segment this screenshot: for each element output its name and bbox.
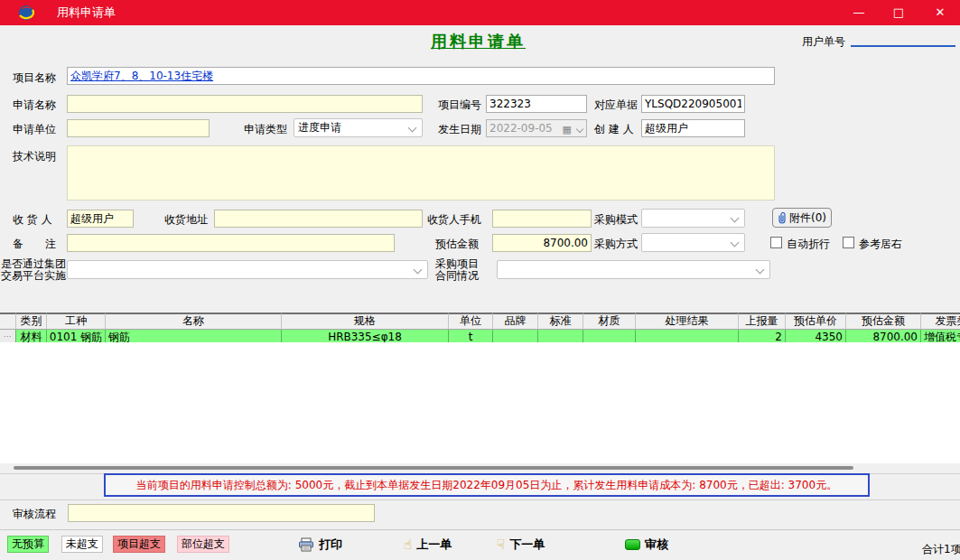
window-title: 用料申请单 [57, 0, 116, 25]
col-header-invoice[interactable]: 发票类型 [921, 313, 960, 330]
horizontal-scrollbar[interactable] [14, 466, 853, 470]
next-doc-label: 下一单 [509, 537, 545, 553]
auto-wrap-checkbox[interactable] [770, 237, 782, 248]
chevron-down-icon [414, 266, 423, 275]
detail-table: 类别 工种 名称 规格 单位 品牌 标准 材质 处理结果 上报量 预估单价 预估… [0, 313, 960, 345]
contract-label: 采购项目 合同情况 [435, 258, 479, 282]
col-header-unit[interactable]: 单位 [449, 313, 493, 330]
platform-select[interactable] [67, 260, 428, 279]
paperclip-icon [778, 212, 787, 224]
contract-select[interactable] [497, 260, 770, 279]
ref-right-checkbox[interactable] [843, 237, 854, 248]
legend-no-budget: 无预算 [7, 536, 49, 553]
remark-label: 备 注 [13, 237, 56, 252]
receiver-input[interactable] [67, 210, 134, 228]
hand-down-icon: ☟ [497, 537, 505, 553]
attachment-button[interactable]: 附件(0) [772, 208, 832, 228]
ref-right-label: 参考居右 [859, 237, 902, 252]
phone-label: 收货人手机 [427, 212, 481, 228]
hand-up-icon: ☝ [404, 537, 412, 553]
tech-note-label: 技术说明 [13, 149, 56, 164]
col-header-brand[interactable]: 品牌 [493, 313, 538, 330]
col-header-spec[interactable]: 规格 [282, 313, 449, 330]
legend-part-over: 部位超支 [177, 536, 229, 553]
user-no-input[interactable] [851, 29, 955, 47]
purchase-mode-select[interactable] [641, 209, 745, 228]
calendar-icon: ▦ [563, 122, 572, 138]
purchase-way-select[interactable] [641, 233, 745, 252]
audit-flow-label: 审核流程 [13, 507, 56, 522]
apply-name-label: 申请名称 [13, 98, 56, 113]
col-header-standard[interactable]: 标准 [538, 313, 583, 330]
col-header-name[interactable]: 名称 [106, 313, 282, 330]
apply-type-value: 进度申请 [298, 121, 341, 134]
auto-wrap-label: 自动折行 [787, 237, 830, 252]
material-request-window: 用料申请单 — □ ✕ 用料申请单 用户单号 项目名称 众凯学府7、8、10-1… [0, 0, 960, 560]
purchase-way-label: 采购方式 [594, 237, 638, 252]
printer-icon [298, 537, 314, 552]
legend-project-over: 项目超支 [113, 536, 165, 553]
chevron-down-icon [408, 124, 417, 133]
next-doc-button[interactable]: ☟ 下一单 [497, 535, 545, 555]
project-name-field: 众凯学府7、8、10-13住宅楼 [67, 67, 775, 85]
address-input[interactable] [214, 210, 423, 228]
audit-flow-input[interactable] [68, 504, 375, 522]
creator-input[interactable] [641, 119, 745, 137]
creator-label: 创 建 人 [594, 122, 634, 137]
receiver-label: 收 货 人 [13, 212, 52, 228]
close-button[interactable]: ✕ [920, 0, 960, 25]
col-header-qty[interactable]: 上报量 [739, 313, 786, 330]
form-title: 用料申请单 [431, 31, 526, 52]
col-header-unit-price[interactable]: 预估单价 [786, 313, 846, 330]
tech-note-textarea[interactable] [67, 145, 775, 201]
prev-doc-button[interactable]: ☝ 上一单 [404, 535, 452, 555]
est-amount-label: 预估金额 [435, 237, 479, 252]
budget-warning-banner: 当前项目的用料申请控制总额为: 5000元，截止到本单据发生日期2022年09月… [104, 473, 870, 497]
audit-green-icon [625, 539, 640, 550]
address-label: 收货地址 [164, 212, 208, 228]
chevron-down-icon [756, 266, 765, 275]
apply-type-label: 申请类型 [244, 122, 287, 137]
col-header-result[interactable]: 处理结果 [636, 313, 739, 330]
apply-unit-input[interactable] [67, 119, 210, 137]
remark-input[interactable] [67, 234, 395, 252]
legend-not-over: 未超支 [61, 536, 103, 553]
print-label: 打印 [319, 537, 342, 553]
chevron-down-icon [576, 126, 583, 133]
purchase-mode-label: 采购模式 [594, 212, 638, 228]
date-picker[interactable]: 2022-09-05 ▦ [486, 119, 587, 137]
col-header-selector [0, 313, 16, 330]
col-header-category[interactable]: 类别 [16, 313, 47, 330]
table-empty-area [0, 342, 960, 463]
apply-unit-label: 申请单位 [13, 122, 56, 137]
title-bar: 用料申请单 — □ ✕ [0, 0, 960, 25]
project-no-input[interactable] [486, 95, 587, 113]
date-label: 发生日期 [438, 122, 481, 137]
chevron-down-icon [731, 214, 740, 223]
date-value: 2022-09-05 [489, 122, 553, 135]
total-count: 合计1项 [922, 542, 960, 557]
col-header-amount[interactable]: 预估金额 [846, 313, 921, 330]
separator-line [0, 499, 960, 500]
audit-label: 审核 [645, 537, 668, 553]
prev-doc-label: 上一单 [416, 537, 452, 553]
col-header-material[interactable]: 材质 [583, 313, 636, 330]
user-no-label: 用户单号 [802, 34, 845, 50]
apply-type-select[interactable]: 进度申请 [294, 118, 423, 137]
chevron-down-icon [731, 238, 740, 247]
maximize-button[interactable]: □ [879, 0, 918, 25]
audit-button[interactable]: 审核 [625, 535, 668, 555]
project-no-label: 项目编号 [438, 98, 481, 113]
phone-input[interactable] [492, 210, 592, 228]
minimize-button[interactable]: — [839, 0, 879, 25]
platform-label: 是否通过集团 交易平台实施 [1, 258, 66, 282]
col-header-work-type[interactable]: 工种 [47, 313, 106, 330]
ref-doc-label: 对应单据 [594, 98, 638, 113]
print-button[interactable]: 打印 [298, 535, 342, 555]
attachment-label: 附件(0) [789, 210, 826, 226]
project-name-link[interactable]: 众凯学府7、8、10-13住宅楼 [70, 70, 213, 82]
ref-doc-input[interactable] [641, 95, 745, 113]
separator-line [0, 529, 960, 530]
est-amount-input[interactable] [492, 234, 592, 252]
apply-name-input[interactable] [67, 95, 423, 113]
